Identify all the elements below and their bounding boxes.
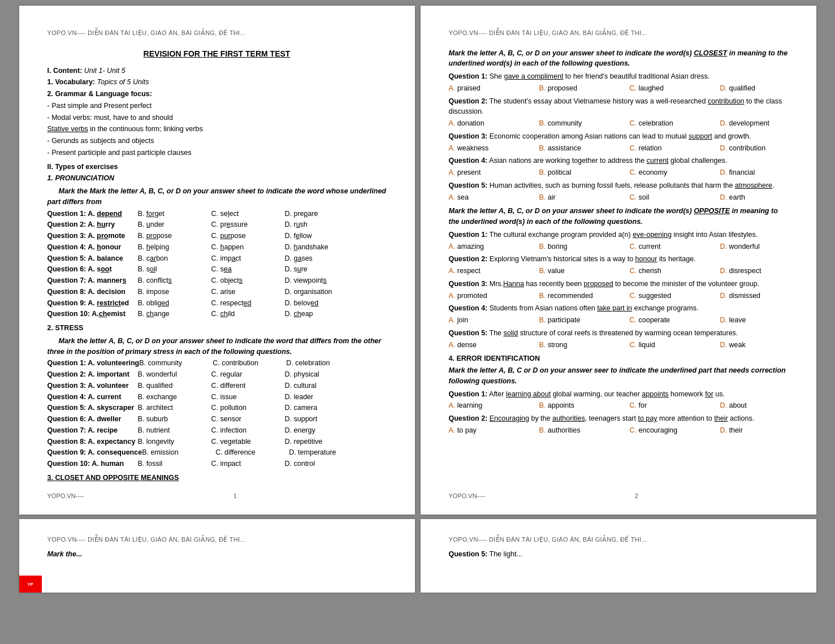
closet-q5-text: Question 5: Human activities, such as bu…: [449, 180, 788, 191]
closet-questions: Question 1: She gave a compliment to her…: [449, 71, 788, 202]
closet-q4-text: Question 4: Asian nations are working to…: [449, 155, 788, 166]
pron-q10: Question 10: A.chemist B. change C. chil…: [47, 309, 387, 319]
closet-q1-opts: A. praised B. proposed C. laughed D. qua…: [449, 83, 788, 94]
opp-q3-opts: A. promoted B. recommended C. suggested …: [449, 291, 788, 301]
part3-label: 3. CLOSET AND OPPOSITE MEANINGS: [47, 473, 387, 483]
opp-q5-opts: A. dense B. strong C. liquid D. weak: [449, 340, 788, 351]
page2-number: 2: [485, 491, 788, 501]
page4-partial-text: Question 5: The light...: [449, 550, 788, 558]
opp-q3-text: Question 3: Mrs.Hanna has recently been …: [449, 279, 788, 289]
stress-q8: Question 8: A. expectancy B. longevity C…: [47, 436, 387, 447]
stress-q4: Question 4: A. current B. exchange C. is…: [47, 392, 387, 403]
closet-q3-opts: A. weakness B. assistance C. relation D.…: [449, 143, 788, 154]
pron-q6: Question 6: A. soot B. soil C. sea D. su…: [47, 264, 387, 275]
section1b-value: Topics of 5 Units: [97, 78, 149, 86]
pages-row-top: YOPO.VN---- DIỄN ĐÀN TÀI LIỆU, GIÁO ÁN, …: [19, 6, 816, 515]
closet-q1-text: Question 1: She gave a compliment to her…: [449, 71, 788, 82]
bottom-logo-left: YP: [19, 576, 42, 593]
stress-q2: Question 2: A. important B. wonderful C.…: [47, 369, 387, 380]
page1-footer-left: YOPO.VN----: [47, 491, 84, 501]
closet-q5-opts: A. sea B. air C. soil D. earth: [449, 192, 788, 203]
section1-value: Unit 1- Unit 5: [84, 67, 126, 75]
pron-q1: Question 1: A. depend B. forget C. selec…: [47, 209, 387, 219]
opp-q2-opts: A. respect B. value C. cherish D. disres…: [449, 266, 788, 276]
pron-q8: Question 8: A. decision B. impose C. ari…: [47, 287, 387, 297]
stress-instruction: Mark the letter A, B, C, or D on your an…: [47, 336, 387, 357]
section1-label: I. Content:: [47, 67, 83, 75]
grammar-4: - Gerunds as subjects and objects: [47, 136, 387, 146]
opposite-questions: Question 1: The cultural exchange progra…: [449, 230, 788, 351]
stress-q7: Question 7: A. recipe B. nutrient C. inf…: [47, 425, 387, 436]
section1: I. Content: Unit 1- Unit 5: [47, 66, 387, 76]
pron-questions: Question 1: A. depend B. forget C. selec…: [47, 209, 387, 320]
error-instruction: Mark the letter A, B, C or D on your ans…: [449, 365, 788, 387]
page1-number: 1: [84, 491, 386, 501]
opp-q4-opts: A. join B. participate C. cooperate D. l…: [449, 315, 788, 326]
doc-title: REVISION FOR THE FIRST TERM TEST: [47, 48, 387, 60]
page3-partial-text: Mark the...: [47, 550, 387, 558]
opp-q1-text: Question 1: The cultural exchange progra…: [449, 230, 788, 240]
err-q1-text: Question 1: After learning about global …: [449, 389, 788, 400]
grammar-5: - Present participle and past participle…: [47, 148, 387, 158]
opp-q5-text: Question 5: The solid structure of coral…: [449, 328, 788, 339]
opp-q2-text: Question 2: Exploring Vietnam's historic…: [449, 254, 788, 265]
opposite-instruction: Mark the letter A, B, C, or D on your an…: [449, 206, 788, 227]
stress-q9: Question 9: A. consequence B. emission C…: [47, 447, 387, 458]
page4-partial-header: YOPO.VN---- DIỄN ĐÀN TÀI LIỆU, GIÁO ÁN, …: [449, 536, 788, 543]
stress-q5: Question 5: A. skyscraper B. architect C…: [47, 403, 387, 413]
page-1: YOPO.VN---- DIỄN ĐÀN TÀI LIỆU, GIÁO ÁN, …: [19, 6, 415, 515]
stress-q1: Question 1: A. volunteering B. community…: [47, 358, 387, 369]
opp-q1-opts: A. amazing B. boring C. current D. wonde…: [449, 241, 788, 252]
pron-q4: Question 4: A. honour B. helping C. happ…: [47, 242, 387, 253]
stress-q10: Question 10: A. human B. fossil C. impac…: [47, 459, 387, 469]
closet-q2-opts: A. donation B. community C. celebration …: [449, 118, 788, 129]
page2-footer-left: YOPO.VN----: [449, 491, 486, 501]
page1-footer: YOPO.VN---- 1: [47, 491, 387, 501]
pages-row-bottom: YOPO.VN---- DIỄN ĐÀN TÀI LIỆU, GIÁO ÁN, …: [19, 519, 816, 593]
part1-label: 1. PRONUNCIATION: [47, 173, 387, 184]
closet-instruction: Mark the letter A, B, C, or D on your an…: [449, 48, 788, 70]
page2-header: YOPO.VN---- DIỄN ĐÀN TÀI LIỆU, GIÁO ÁN, …: [449, 28, 788, 38]
section1b: 1. Vocabulary: Topics of 5 Units: [47, 77, 387, 88]
page1-header: YOPO.VN---- DIỄN ĐÀN TÀI LIỆU, GIÁO ÁN, …: [47, 28, 387, 38]
error-questions: Question 1: After learning about global …: [449, 389, 788, 436]
err-q1-opts: A. learning B. appoints C. for D. about: [449, 400, 788, 411]
pron-instruction: Mark the Mark the letter A, B, C, or D o…: [47, 186, 387, 208]
pron-q5: Question 5: A. balance B. carbon C. impa…: [47, 253, 387, 264]
section1b-label: 1. Vocabulary:: [47, 78, 96, 86]
page3-partial: YOPO.VN---- DIỄN ĐÀN TÀI LIỆU, GIÁO ÁN, …: [19, 519, 415, 593]
page3-partial-header: YOPO.VN---- DIỄN ĐÀN TÀI LIỆU, GIÁO ÁN, …: [47, 536, 387, 543]
err-q2-text: Question 2: Encouraging by the authoriti…: [449, 413, 788, 424]
page4-partial: YOPO.VN---- DIỄN ĐÀN TÀI LIỆU, GIÁO ÁN, …: [421, 519, 816, 593]
grammar-2: - Modal verbs: must, have to and should: [47, 113, 387, 123]
section-ii: II. Types of exercises: [47, 162, 387, 172]
page2-footer: YOPO.VN---- 2: [449, 491, 788, 501]
err-q2-opts: A. to pay B. authorities C. encouraging …: [449, 425, 788, 436]
stress-q6: Question 6: A. dweller B. suburb C. sens…: [47, 414, 387, 425]
pron-q9: Question 9: A. restricted B. obliged C. …: [47, 298, 387, 309]
pron-q2: Question 2: A. hurry B. under C. pressur…: [47, 219, 387, 230]
pron-q3: Question 3: A. promote B. propose C. pur…: [47, 231, 387, 241]
closet-q4-opts: A. present B. political C. economy D. fi…: [449, 167, 788, 178]
grammar-1: - Past simple and Present perfect: [47, 101, 387, 111]
stress-q3: Question 3: A. volunteer B. qualified C.…: [47, 381, 387, 391]
section2: 2. Grammar & Language focus:: [47, 89, 387, 100]
stress-questions: Question 1: A. volunteering B. community…: [47, 358, 387, 469]
part2-label: 2. STRESS: [47, 323, 387, 334]
grammar-3: Stative verbs in the continuous form; li…: [47, 124, 387, 135]
closet-q2-text: Question 2: The student's essay about Vi…: [449, 96, 788, 118]
part4-label: 4. ERROR IDENTIFICATION: [449, 353, 788, 364]
opp-q4-text: Question 4: Students from Asian nations …: [449, 303, 788, 314]
closet-q3-text: Question 3: Economic cooperation among A…: [449, 131, 788, 142]
page-2: YOPO.VN---- DIỄN ĐÀN TÀI LIỆU, GIÁO ÁN, …: [421, 6, 816, 515]
pron-q7: Question 7: A. manners B. conflicts C. o…: [47, 275, 387, 286]
